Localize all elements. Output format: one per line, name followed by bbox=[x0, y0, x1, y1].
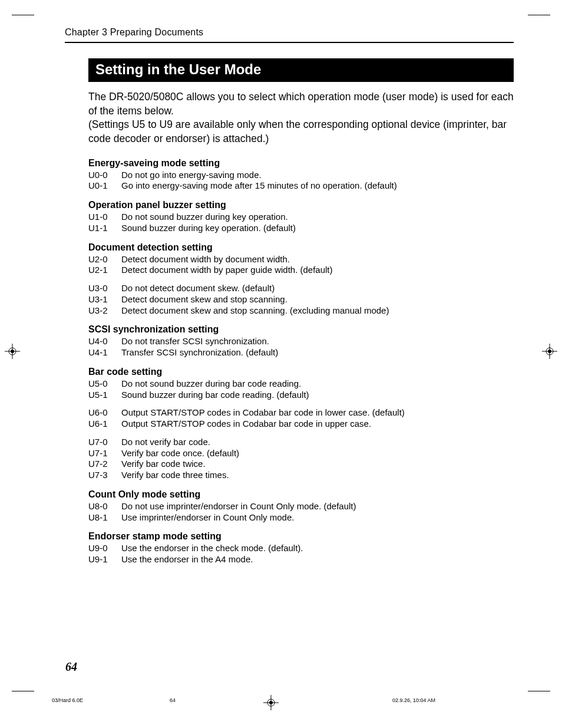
setting-row: U6-0Output START/STOP codes in Codabar b… bbox=[88, 407, 514, 419]
footer-center: 64 bbox=[170, 697, 287, 703]
registration-mark-icon bbox=[542, 344, 557, 359]
footer-left: 03/Hard 6.0E bbox=[52, 697, 170, 703]
setting-code: U7-2 bbox=[88, 459, 121, 470]
setting-code: U4-1 bbox=[88, 347, 121, 358]
setting-desc: Sound buzzer during bar code reading. (d… bbox=[121, 390, 514, 401]
setting-desc: Use the endorser in the A4 mode. bbox=[121, 554, 514, 565]
setting-row: U5-0Do not sound buzzer during bar code … bbox=[88, 378, 514, 390]
setting-code: U3-0 bbox=[88, 283, 121, 294]
setting-row: U2-1Detect document width by paper guide… bbox=[88, 265, 514, 276]
intro-paragraph: The DR-5020/5080C allows you to select w… bbox=[88, 90, 514, 118]
block-gap bbox=[88, 430, 514, 437]
setting-desc: Detect document skew and stop scanning. … bbox=[121, 305, 514, 317]
setting-code: U6-1 bbox=[88, 419, 121, 430]
chapter-heading: Chapter 3 Preparing Documents bbox=[65, 27, 514, 42]
footer-right: 02.9.26, 10:04 AM bbox=[392, 697, 510, 703]
setting-group: SCSI synchronization settingU4-0Do not t… bbox=[88, 324, 514, 358]
group-title: Endorser stamp mode setting bbox=[88, 531, 514, 542]
setting-desc: Detect document skew and stop scanning. bbox=[121, 294, 514, 305]
crop-mark bbox=[528, 691, 550, 691]
setting-row: U9-0Use the endorser in the check mode. … bbox=[88, 543, 514, 554]
setting-code: U8-0 bbox=[88, 501, 121, 512]
setting-desc: Use the endorser in the check mode. (def… bbox=[121, 543, 514, 554]
setting-desc: Sound buzzer during key operation. (defa… bbox=[121, 223, 514, 234]
setting-row: U7-3Verify bar code three times. bbox=[88, 470, 514, 481]
intro-text: The DR-5020/5080C allows you to select w… bbox=[88, 90, 514, 146]
crop-mark bbox=[528, 15, 550, 15]
setting-row: U6-1Output START/STOP codes in Codabar b… bbox=[88, 419, 514, 430]
page-number: 64 bbox=[65, 660, 77, 674]
setting-code: U5-0 bbox=[88, 378, 121, 390]
setting-code: U2-0 bbox=[88, 254, 121, 265]
footer-spacer bbox=[287, 697, 392, 703]
setting-desc: Verify bar code twice. bbox=[121, 459, 514, 470]
group-title: SCSI synchronization setting bbox=[88, 324, 514, 335]
setting-code: U5-1 bbox=[88, 390, 121, 401]
group-title: Document detection setting bbox=[88, 242, 514, 253]
setting-code: U6-0 bbox=[88, 407, 121, 419]
setting-group: Document detection settingU2-0Detect doc… bbox=[88, 242, 514, 317]
group-title: Count Only mode setting bbox=[88, 489, 514, 500]
setting-group: Energy-saveing mode settingU0-0Do not go… bbox=[88, 158, 514, 192]
setting-row: U4-1Transfer SCSI synchronization. (defa… bbox=[88, 347, 514, 358]
block-gap bbox=[88, 400, 514, 407]
setting-desc: Do not go into energy-saving mode. bbox=[121, 170, 514, 181]
setting-row: U3-2Detect document skew and stop scanni… bbox=[88, 305, 514, 317]
setting-code: U3-2 bbox=[88, 305, 121, 317]
intro-paragraph: (Settings U5 to U9 are available only wh… bbox=[88, 118, 514, 146]
setting-desc: Do not detect document skew. (default) bbox=[121, 283, 514, 294]
sections-host: Energy-saveing mode settingU0-0Do not go… bbox=[65, 158, 514, 565]
setting-desc: Detect document width by paper guide wid… bbox=[121, 265, 514, 276]
content-area: Chapter 3 Preparing Documents Setting in… bbox=[65, 27, 514, 574]
setting-code: U1-0 bbox=[88, 212, 121, 223]
setting-desc: Do not use imprinter/endorser in Count O… bbox=[121, 501, 514, 512]
footer: 03/Hard 6.0E 64 02.9.26, 10:04 AM bbox=[52, 697, 510, 703]
setting-code: U0-1 bbox=[88, 180, 121, 192]
setting-code: U2-1 bbox=[88, 265, 121, 276]
setting-row: U3-0Do not detect document skew. (defaul… bbox=[88, 283, 514, 294]
setting-desc: Verify bar code three times. bbox=[121, 470, 514, 481]
setting-desc: Do not transfer SCSI synchronization. bbox=[121, 336, 514, 347]
setting-group: Endorser stamp mode settingU9-0Use the e… bbox=[88, 531, 514, 565]
setting-row: U2-0Detect document width by document wi… bbox=[88, 254, 514, 265]
setting-desc: Detect document width by document width. bbox=[121, 254, 514, 265]
setting-code: U9-1 bbox=[88, 554, 121, 565]
setting-desc: Transfer SCSI synchronization. (default) bbox=[121, 347, 514, 358]
setting-desc: Do not verify bar code. bbox=[121, 437, 514, 448]
setting-group: Count Only mode settingU8-0Do not use im… bbox=[88, 489, 514, 523]
setting-code: U0-0 bbox=[88, 170, 121, 181]
setting-row: U5-1Sound buzzer during bar code reading… bbox=[88, 390, 514, 401]
setting-desc: Output START/STOP codes in Codabar bar c… bbox=[121, 419, 514, 430]
setting-desc: Do not sound buzzer during bar code read… bbox=[121, 378, 514, 390]
setting-row: U7-0Do not verify bar code. bbox=[88, 437, 514, 448]
setting-code: U9-0 bbox=[88, 543, 121, 554]
setting-row: U0-1Go into energy-saving mode after 15 … bbox=[88, 180, 514, 192]
crop-mark bbox=[12, 691, 34, 691]
group-title: Bar code setting bbox=[88, 367, 514, 377]
setting-code: U7-0 bbox=[88, 437, 121, 448]
setting-row: U7-1Verify bar code once. (default) bbox=[88, 448, 514, 459]
setting-code: U7-1 bbox=[88, 448, 121, 459]
setting-row: U0-0Do not go into energy-saving mode. bbox=[88, 170, 514, 181]
setting-desc: Verify bar code once. (default) bbox=[121, 448, 514, 459]
setting-row: U1-1Sound buzzer during key operation. (… bbox=[88, 223, 514, 234]
block-gap bbox=[88, 276, 514, 283]
setting-desc: Use imprinter/endorser in Count Only mod… bbox=[121, 512, 514, 523]
setting-row: U7-2Verify bar code twice. bbox=[88, 459, 514, 470]
crop-mark bbox=[12, 15, 34, 15]
setting-desc: Go into energy-saving mode after 15 minu… bbox=[121, 180, 514, 192]
page: Chapter 3 Preparing Documents Setting in… bbox=[0, 0, 562, 728]
setting-code: U8-1 bbox=[88, 512, 121, 523]
divider bbox=[65, 42, 514, 43]
setting-code: U1-1 bbox=[88, 223, 121, 234]
setting-row: U3-1Detect document skew and stop scanni… bbox=[88, 294, 514, 305]
setting-row: U8-0Do not use imprinter/endorser in Cou… bbox=[88, 501, 514, 512]
setting-group: Bar code settingU5-0Do not sound buzzer … bbox=[88, 367, 514, 481]
section-banner: Setting in the User Mode bbox=[88, 58, 514, 82]
setting-group: Operation panel buzzer settingU1-0Do not… bbox=[88, 200, 514, 234]
setting-row: U8-1Use imprinter/endorser in Count Only… bbox=[88, 512, 514, 523]
setting-desc: Output START/STOP codes in Codabar bar c… bbox=[121, 407, 514, 419]
setting-row: U4-0Do not transfer SCSI synchronization… bbox=[88, 336, 514, 347]
setting-row: U9-1Use the endorser in the A4 mode. bbox=[88, 554, 514, 565]
setting-row: U1-0Do not sound buzzer during key opera… bbox=[88, 212, 514, 223]
